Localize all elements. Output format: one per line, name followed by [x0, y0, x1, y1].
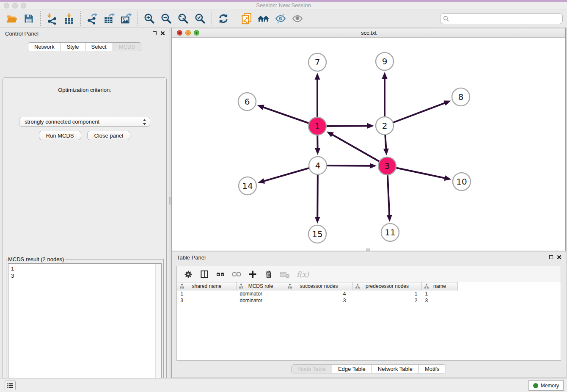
table-tab-network-table[interactable]: Network Table: [372, 365, 418, 373]
node-label-11: 11: [385, 227, 395, 237]
result-scrollbar[interactable]: [155, 264, 161, 392]
search-field[interactable]: [440, 13, 563, 24]
memory-button[interactable]: Memory: [528, 380, 564, 391]
network-window-titlebar[interactable]: ✕ − + scc.txt: [172, 28, 565, 38]
folder-open-icon: [6, 13, 18, 25]
column-header-name[interactable]: name: [422, 282, 458, 290]
network-graph[interactable]: 7968124314101511: [172, 38, 565, 251]
hide-eye-button[interactable]: [273, 11, 288, 26]
table-settings-button[interactable]: [182, 268, 194, 280]
import-network-button[interactable]: [45, 11, 59, 26]
toolbar-separator: [212, 11, 212, 26]
mcds-result-legend: MCDS result (2 nodes): [7, 256, 65, 262]
export-image-button[interactable]: [119, 11, 133, 26]
result-line: 1: [11, 265, 159, 272]
table-row[interactable]: 3dominator323: [177, 297, 458, 304]
save-session-button[interactable]: [22, 11, 36, 26]
add-column-button[interactable]: [247, 268, 259, 280]
mcds-result-textarea[interactable]: 13: [8, 263, 162, 392]
tab-network[interactable]: Network: [28, 43, 61, 51]
run-mcds-button[interactable]: Run MCDS: [39, 131, 81, 140]
table-columns-button[interactable]: [198, 268, 210, 280]
zoom-fit-button[interactable]: [176, 11, 190, 26]
node-label-8: 8: [458, 92, 464, 102]
tab-style[interactable]: Style: [61, 43, 85, 51]
arrowhead-1-2: [367, 123, 374, 129]
refresh-button[interactable]: [216, 11, 231, 26]
clone-network-button[interactable]: [239, 11, 254, 26]
table-panel-header: Table Panel: [172, 252, 566, 263]
session-title: Session: New Session: [0, 2, 567, 9]
fx-icon: f(x): [296, 269, 310, 279]
close-panel-icon[interactable]: [160, 31, 165, 36]
save-icon: [23, 13, 34, 24]
divider-handle[interactable]: [169, 197, 171, 204]
list-icon: [6, 382, 14, 389]
optimization-criterion-dropdown[interactable]: strongly connected component: [19, 117, 150, 127]
close-panel-button[interactable]: Close panel: [87, 131, 131, 140]
arrowhead-3-10: [444, 175, 451, 181]
mcds-tab-content: Optimization criterion: strongly connect…: [3, 77, 167, 392]
node-label-15: 15: [312, 229, 322, 239]
tree-icon: [179, 284, 184, 289]
zoom-selected-button[interactable]: [193, 11, 207, 26]
result-line: 3: [11, 272, 159, 279]
control-panel-header: Control Panel: [0, 28, 169, 39]
eye-slash-icon: [275, 13, 286, 25]
float-panel-icon[interactable]: [153, 31, 157, 35]
table-cell[interactable]: dominator: [237, 297, 285, 304]
table-row[interactable]: 1dominator411: [177, 290, 458, 297]
eye-button[interactable]: [290, 11, 305, 26]
console-toggle-button[interactable]: [5, 381, 16, 390]
table-tab-motifs[interactable]: Motifs: [418, 365, 446, 373]
edge-2-8[interactable]: [385, 103, 446, 126]
zoom-out-button[interactable]: [159, 11, 173, 26]
zoom-selected-icon: [194, 13, 206, 25]
tab-select[interactable]: Select: [85, 43, 113, 51]
tree-icon: [239, 284, 244, 289]
open-session-button[interactable]: [5, 11, 19, 26]
edge-3-1[interactable]: [332, 134, 387, 166]
checked-boxes-icon: [216, 270, 225, 279]
zoom-in-button[interactable]: [142, 11, 157, 26]
column-header-shared-name[interactable]: shared name: [177, 282, 237, 290]
homes-button[interactable]: [256, 11, 271, 26]
export-table-button[interactable]: [102, 11, 116, 26]
import-table-button[interactable]: [62, 11, 76, 26]
table-cell[interactable]: 1: [353, 290, 422, 297]
table-panel-title: Table Panel: [177, 254, 206, 261]
table-cell[interactable]: 3: [422, 297, 458, 304]
table-cell[interactable]: dominator: [237, 290, 285, 297]
table-cell[interactable]: 3: [285, 297, 353, 304]
network-window-resize-handle[interactable]: [366, 248, 370, 251]
delete-column-button[interactable]: [263, 268, 275, 280]
column-header-mcds-role[interactable]: MCDS role: [237, 282, 285, 290]
refresh-icon: [217, 13, 229, 25]
table-cell[interactable]: 2: [353, 297, 422, 304]
deselect-all-button[interactable]: [231, 268, 242, 280]
table-cell[interactable]: 3: [177, 297, 237, 304]
export-network-button[interactable]: [85, 11, 99, 26]
os-titlebar: Session: New Session: [0, 0, 567, 9]
column-label: MCDS role: [248, 283, 273, 289]
delete-table-button[interactable]: [279, 268, 291, 280]
table-cell[interactable]: 1: [422, 290, 458, 297]
table-tab-node-table[interactable]: Node Table: [292, 365, 332, 373]
homes-icon: [257, 12, 270, 25]
table-tab-edge-table[interactable]: Edge Table: [332, 365, 372, 373]
column-header-successor-nodes[interactable]: successor nodes: [285, 282, 353, 290]
select-all-button[interactable]: [215, 268, 226, 280]
zoom-in-icon: [143, 13, 155, 25]
network-canvas[interactable]: 7968124314101511: [172, 38, 565, 251]
float-table-panel-icon[interactable]: [549, 255, 553, 259]
arrowhead-3-11: [387, 215, 392, 222]
node-table-container: f(x) shared nameMCDS rolesuccessor nodes…: [176, 266, 561, 361]
column-header-predecessor-nodes[interactable]: predecessor nodes: [353, 282, 422, 290]
table-cell[interactable]: 1: [177, 290, 237, 297]
function-builder-button[interactable]: f(x): [295, 268, 311, 280]
arrowhead-2-3: [383, 149, 389, 155]
tab-mcds[interactable]: MCDS: [113, 43, 141, 51]
close-table-panel-icon[interactable]: [557, 255, 561, 259]
table-cell[interactable]: 4: [285, 290, 353, 297]
search-input[interactable]: [449, 14, 560, 23]
